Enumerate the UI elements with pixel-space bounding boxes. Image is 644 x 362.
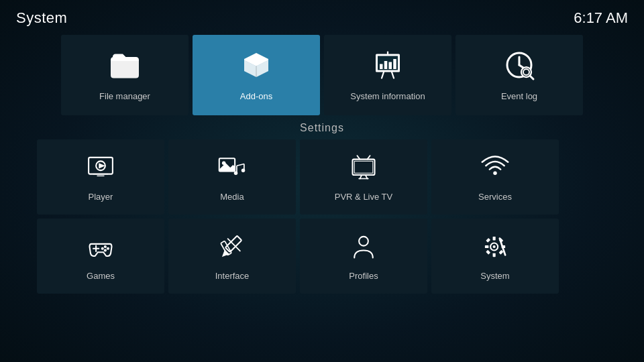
- profiles-label: Profiles: [349, 271, 378, 281]
- svg-point-46: [101, 247, 104, 249]
- player-label: Player: [89, 192, 113, 202]
- svg-rect-8: [384, 61, 388, 69]
- player-icon: [86, 153, 115, 186]
- grid-item-games[interactable]: Games: [37, 219, 164, 294]
- interface-label: Interface: [215, 271, 250, 281]
- svg-point-51: [359, 236, 368, 245]
- top-item-system-information[interactable]: System information: [324, 35, 451, 115]
- svg-rect-10: [393, 59, 396, 69]
- media-icon: [217, 153, 247, 186]
- system-information-icon: [372, 49, 404, 86]
- grid-item-player[interactable]: Player: [37, 139, 164, 215]
- games-label: Games: [87, 271, 115, 281]
- games-icon: [86, 232, 115, 265]
- svg-rect-34: [354, 161, 373, 173]
- system-icon: [480, 232, 510, 265]
- grid-item-profiles[interactable]: Profiles: [300, 219, 427, 294]
- app-title: System: [16, 9, 67, 27]
- svg-point-32: [241, 168, 246, 172]
- svg-point-45: [104, 249, 107, 251]
- grid-row-2: Games Interface: [37, 219, 607, 294]
- svg-point-40: [493, 171, 497, 175]
- settings-grid: Player Media: [0, 139, 644, 294]
- header: System 6:17 AM: [0, 0, 644, 32]
- pvr-live-tv-label: PVR & Live TV: [335, 192, 392, 202]
- svg-marker-27: [219, 163, 235, 171]
- svg-rect-60: [486, 249, 490, 254]
- svg-point-31: [234, 171, 238, 175]
- svg-rect-33: [353, 159, 375, 174]
- grid-item-media[interactable]: Media: [168, 139, 296, 215]
- svg-rect-54: [493, 236, 496, 240]
- svg-rect-9: [389, 62, 392, 70]
- svg-point-44: [107, 247, 109, 249]
- top-item-file-manager[interactable]: File manager: [61, 35, 189, 115]
- event-log-icon: [503, 49, 535, 86]
- svg-point-53: [493, 245, 496, 247]
- settings-label: Settings: [0, 122, 644, 134]
- svg-line-12: [392, 72, 394, 78]
- media-label: Media: [220, 192, 244, 202]
- file-manager-icon: [109, 49, 141, 86]
- grid-item-system[interactable]: System: [431, 219, 559, 294]
- profiles-icon: [349, 232, 378, 265]
- grid-item-pvr-live-tv[interactable]: PVR & Live TV: [300, 139, 427, 215]
- services-label: Services: [478, 192, 512, 202]
- interface-icon: [217, 232, 247, 265]
- svg-rect-58: [486, 237, 490, 242]
- event-log-label: Event log: [501, 91, 537, 101]
- svg-rect-7: [380, 64, 383, 70]
- top-item-add-ons[interactable]: Add-ons: [193, 35, 320, 115]
- svg-line-11: [382, 72, 384, 78]
- system-information-label: System information: [350, 91, 425, 101]
- svg-point-43: [104, 245, 107, 247]
- grid-item-interface[interactable]: Interface: [168, 219, 296, 294]
- grid-row-1: Player Media: [37, 139, 607, 215]
- system-label: System: [480, 271, 509, 281]
- grid-item-services[interactable]: Services: [431, 139, 559, 215]
- svg-line-18: [530, 76, 533, 79]
- svg-rect-55: [493, 253, 496, 257]
- add-ons-icon: [240, 49, 272, 86]
- svg-rect-56: [485, 245, 489, 247]
- svg-rect-61: [499, 249, 504, 254]
- svg-line-28: [237, 164, 244, 166]
- clock: 6:17 AM: [574, 9, 628, 27]
- top-item-event-log[interactable]: Event log: [455, 35, 583, 115]
- pvr-live-tv-icon: [349, 153, 378, 186]
- add-ons-label: Add-ons: [240, 91, 272, 101]
- services-icon: [480, 153, 510, 186]
- top-row: File manager Add-ons: [0, 35, 644, 115]
- file-manager-label: File manager: [99, 91, 150, 101]
